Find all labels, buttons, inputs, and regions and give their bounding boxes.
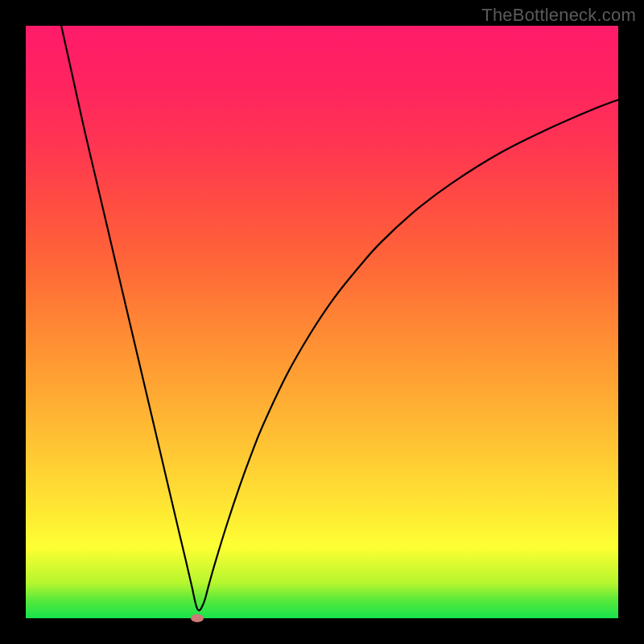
plot-area	[26, 26, 618, 618]
optimum-marker	[191, 614, 204, 622]
chart-frame: TheBottleneck.com	[0, 0, 644, 644]
bottleneck-curve	[26, 26, 618, 618]
watermark-text: TheBottleneck.com	[481, 5, 636, 26]
